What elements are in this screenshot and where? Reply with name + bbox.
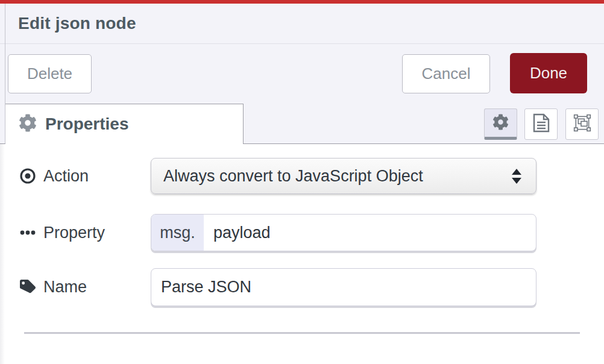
tab-bar: Properties [0,102,604,144]
cancel-button[interactable]: Cancel [402,54,490,93]
tray-left-border [5,4,5,143]
property-input[interactable] [204,215,536,251]
name-input-wrap [151,268,536,306]
done-button[interactable]: Done [510,53,587,93]
select-arrows-icon [512,169,521,184]
dot-circle-icon [20,168,36,184]
action-label: Action [43,167,89,186]
tab-properties[interactable]: Properties [5,104,244,144]
action-label-group: Action [20,158,89,194]
document-icon [533,113,550,135]
properties-view-button[interactable] [484,108,517,140]
name-input[interactable] [151,269,536,306]
tab-properties-label: Properties [45,115,129,134]
gear-icon [19,114,37,134]
edit-node-dialog: Edit json node Delete Cancel Done Proper… [0,0,604,364]
name-label: Name [43,278,87,297]
appearance-view-button[interactable] [565,108,599,140]
gear-icon [492,114,509,133]
group-selection-icon [573,113,592,135]
ellipsis-icon [20,230,36,236]
property-row: Property msg. [0,214,604,251]
dialog-title: Edit json node [18,14,136,33]
tray-left-shadow [0,143,5,364]
tag-icon [20,280,36,295]
property-label-group: Property [20,214,105,251]
property-label: Property [43,224,105,242]
section-divider [24,332,580,334]
delete-button[interactable]: Delete [8,54,92,93]
msg-prefix-badge[interactable]: msg. [151,215,204,251]
action-select[interactable]: Always convert to JavaScript Object [151,158,536,194]
action-select-value: Always convert to JavaScript Object [163,167,512,186]
property-input-wrap: msg. [151,214,536,251]
description-view-button[interactable] [524,108,558,140]
dialog-button-bar: Delete Cancel Done [0,44,604,102]
dialog-header: Edit json node [0,4,604,44]
action-row: Action Always convert to JavaScript Obje… [0,158,604,194]
name-label-group: Name [20,268,87,306]
name-row: Name [0,268,604,306]
